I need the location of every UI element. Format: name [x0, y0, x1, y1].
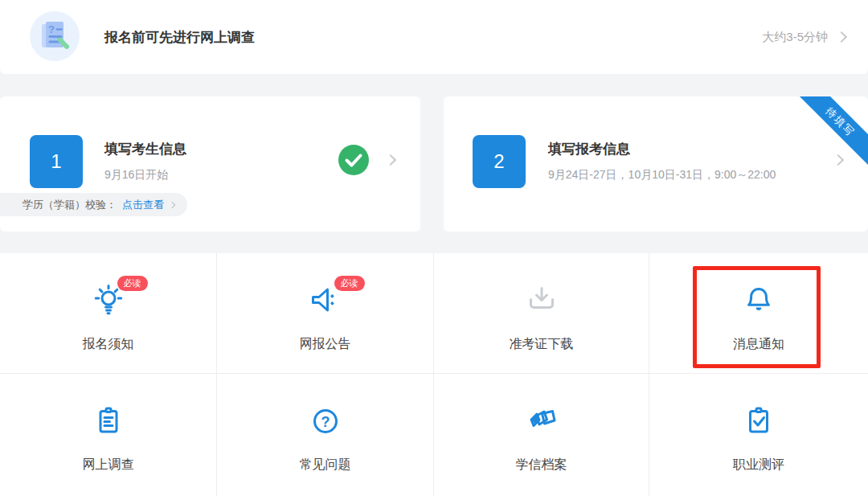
grid-item-xuexin-archive[interactable]: 学信档案: [434, 374, 649, 496]
education-check-pill[interactable]: 学历（学籍）校验： 点击查看: [0, 193, 187, 216]
svg-text:?: ?: [321, 414, 330, 430]
grid-item-label: 职业测评: [733, 457, 784, 473]
chevron-right-icon: [833, 154, 844, 166]
step-date-text: 9月16日开始: [104, 168, 168, 182]
chevron-right-icon: [169, 201, 175, 207]
grid-item-label: 学信档案: [516, 457, 567, 473]
grid-item-admission-ticket-download[interactable]: 准考证下载: [434, 253, 649, 374]
grid-item-label: 报名须知: [83, 336, 134, 353]
step-title: 填写考生信息: [104, 140, 186, 158]
grid-item-label: 网报公告: [300, 336, 351, 353]
must-read-badge: 必读: [117, 276, 148, 291]
check-circle-icon: [338, 145, 369, 175]
education-check-link[interactable]: 点击查看: [122, 198, 164, 212]
step-title: 填写报考信息: [548, 140, 630, 158]
step-number-badge: 2: [473, 135, 526, 188]
clipboard-icon: [91, 404, 126, 439]
grid-item-signup-notice[interactable]: 必读 报名须知: [0, 253, 217, 374]
archive-icon: [524, 404, 559, 439]
grid-item-label: 常见问题: [300, 457, 351, 473]
chevron-right-icon: [836, 31, 847, 43]
banner-title: 报名前可先进行网上调查: [104, 0, 255, 74]
banner-duration-link[interactable]: 大约3-5分钟: [762, 0, 845, 74]
grid-item-message-notifications[interactable]: 消息通知: [649, 253, 868, 374]
download-icon: [524, 283, 559, 318]
grid-item-announcements[interactable]: 必读 网报公告: [217, 253, 434, 374]
step-number-badge: 1: [30, 135, 83, 188]
banner-duration-text: 大约3-5分钟: [762, 30, 828, 45]
chevron-right-icon: [385, 154, 396, 166]
clipboard-check-icon: [741, 404, 776, 439]
grid-item-label: 网上调查: [83, 457, 134, 473]
function-grid: 必读 报名须知 必读 网报公告 准考证下载: [0, 253, 868, 496]
step-card-fill-application-info[interactable]: 2 填写报考信息 9月24日-27日，10月10日-31日，9:00～22:00…: [444, 96, 868, 232]
survey-banner: ? 报名前可先进行网上调查 大约3-5分钟: [0, 0, 868, 74]
svg-text:?: ?: [48, 23, 55, 35]
bell-icon: [741, 283, 776, 318]
education-check-label: 学历（学籍）校验：: [23, 198, 117, 212]
pending-ribbon: 待填写: [792, 96, 868, 170]
grid-item-faq[interactable]: ? 常见问题: [217, 374, 434, 496]
grid-item-online-survey[interactable]: 网上调查: [0, 374, 217, 496]
must-read-badge: 必读: [334, 276, 365, 291]
question-icon: ?: [308, 404, 343, 439]
step-card-fill-candidate-info[interactable]: 1 填写考生信息 9月16日开始 学历（学籍）校验： 点击查看: [0, 96, 420, 232]
survey-document-icon: ?: [29, 10, 80, 62]
step-date-text: 9月24日-27日，10月10日-31日，9:00～22:00: [548, 168, 776, 182]
grid-item-career-assessment[interactable]: 职业测评: [649, 374, 868, 496]
grid-item-label: 准考证下载: [510, 336, 574, 353]
grid-item-label: 消息通知: [733, 336, 784, 353]
